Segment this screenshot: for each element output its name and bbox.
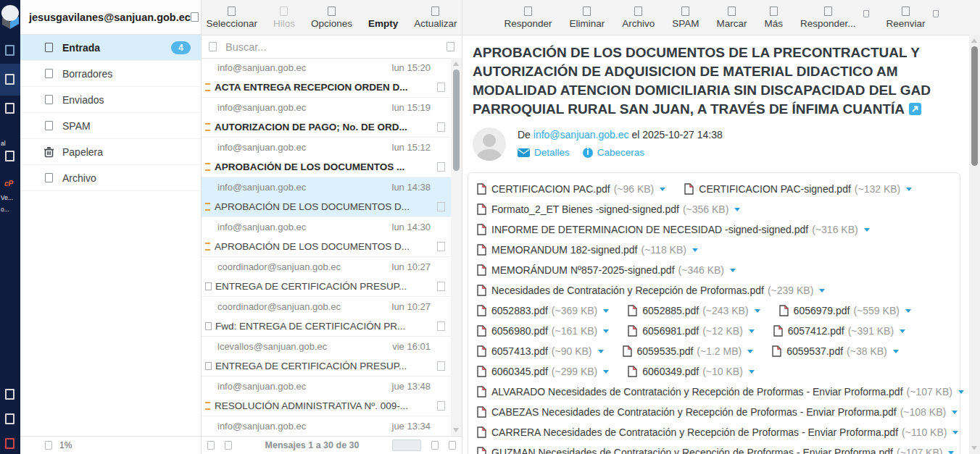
search-input[interactable] — [224, 41, 439, 54]
folder-item-enviados[interactable]: Enviados — [20, 87, 201, 113]
attachment-chip[interactable]: Necesidades de Contratación y Recepción … — [477, 285, 825, 296]
message-item[interactable]: info@sanjuan.gob.eclun 14:30 APROBACIÓN … — [202, 217, 451, 256]
attachment-dropdown-icon[interactable] — [603, 329, 609, 333]
rail-tab-icon[interactable] — [5, 103, 14, 114]
reply-all-button[interactable]: Responder... — [800, 7, 856, 29]
attachment-dropdown-icon[interactable] — [749, 329, 755, 333]
message-item[interactable]: info@sanjuan.gob.ecjue 13:34 — [202, 416, 451, 436]
search-checkbox-icon[interactable] — [209, 42, 217, 51]
attachment-chip[interactable]: 6052883.pdf(~369 KB) — [477, 305, 609, 316]
rail-tab-icon[interactable] — [5, 151, 14, 161]
message-item[interactable]: info@sanjuan.gob.eclun 15:19 AUTORIZACIO… — [202, 97, 451, 137]
more-button[interactable]: Más — [765, 7, 784, 29]
message-checkbox[interactable] — [437, 321, 445, 331]
details-link[interactable]: Detalles — [518, 147, 570, 158]
attachment-chip[interactable]: GUZMAN Necesidades de Contratación y Rec… — [477, 447, 954, 454]
attachment-dropdown-icon[interactable] — [905, 309, 911, 313]
forward-dropdown-icon[interactable] — [933, 10, 939, 17]
attachment-chip[interactable]: MEMORÁNDUM Nº857-2025-signed.pdf(~346 KB… — [477, 264, 736, 276]
cpanel-icon[interactable]: cP — [4, 180, 24, 188]
attachment-chip[interactable]: 6056980.pdf(~161 KB) — [477, 325, 609, 337]
rail-tab-label[interactable]: Ve... — [1, 194, 20, 201]
message-item[interactable]: info@sanjuan.gob.ecjue 13:48 RESOLUCIÓN … — [202, 376, 451, 416]
attachment-chip[interactable]: 6057413.pdf(~90 KB) — [477, 345, 604, 357]
attachment-chip[interactable]: 6052885.pdf(~243 KB) — [628, 305, 760, 316]
message-item[interactable]: coordinador@sanjuan.gob.eclun 10:27 Fwd:… — [202, 296, 451, 336]
select-button[interactable]: Seleccionar — [206, 7, 257, 29]
attachment-chip[interactable]: MEMORANDUM 182-signed.pdf(~118 KB) — [477, 244, 698, 256]
message-item[interactable]: info@sanjuan.gob.eclun 15:12 APROBACIÓN … — [202, 137, 451, 177]
refresh-button[interactable]: Actualizar — [414, 7, 457, 29]
footer-menu-icon[interactable] — [225, 441, 232, 450]
spam-button[interactable]: SPAM — [672, 7, 699, 29]
folder-item-spam[interactable]: SPAM — [20, 113, 201, 139]
attachment-chip[interactable]: ALVARADO Necesidades de Contratación y R… — [477, 386, 964, 398]
options-button[interactable]: Opciones — [311, 7, 352, 29]
attachment-dropdown-icon[interactable] — [692, 248, 698, 252]
folder-item-papelera[interactable]: Papelera — [20, 139, 201, 165]
rail-tab-icon[interactable] — [5, 413, 14, 424]
reply-all-dropdown-icon[interactable] — [863, 10, 869, 17]
rail-close-icon[interactable] — [5, 438, 14, 449]
scroll-down-icon[interactable] — [971, 446, 977, 450]
rail-tab-icon[interactable] — [5, 389, 14, 400]
message-checkbox[interactable] — [437, 162, 445, 172]
rail-tab-label[interactable]: o... — [1, 206, 20, 213]
footer-next-icon[interactable] — [449, 441, 456, 450]
attachment-dropdown-icon[interactable] — [730, 269, 736, 272]
scrollbar-thumb[interactable] — [971, 46, 978, 166]
rail-tab-selected[interactable] — [0, 64, 20, 96]
rail-tab-icon[interactable] — [5, 45, 14, 56]
attachment-dropdown-icon[interactable] — [864, 228, 870, 232]
attachment-chip[interactable]: 6056981.pdf(~12 KB) — [628, 325, 755, 337]
rail-tab-label[interactable]: al — [1, 140, 20, 147]
message-checkbox[interactable] — [437, 242, 445, 251]
folder-item-entrada[interactable]: Entrada 4 — [20, 35, 201, 61]
attachment-chip[interactable]: 6057412.pdf(~391 KB) — [773, 325, 905, 337]
attachment-dropdown-icon[interactable] — [747, 350, 753, 353]
open-in-new-window-icon[interactable] — [909, 103, 921, 115]
empty-button[interactable]: Empty — [368, 7, 398, 29]
attachment-chip[interactable]: Formato_2_ET Bienes -signed-signed.pdf(~… — [477, 203, 740, 215]
attachment-chip[interactable]: CABEZAS Necesidades de Contratación y Re… — [477, 406, 958, 418]
account-menu-icon[interactable] — [191, 12, 199, 22]
message-item-selected[interactable]: info@sanjuan.gob.eclun 14:38 APROBACIÓN … — [202, 177, 451, 217]
reader-scrollbar[interactable] — [969, 35, 980, 454]
mark-button[interactable]: Marcar — [716, 7, 747, 29]
attachment-chip[interactable]: INFORME DE DETERMINACION DE NECESIDAD -s… — [477, 224, 870, 235]
attachment-dropdown-icon[interactable] — [819, 289, 825, 293]
folder-item-archivo[interactable]: Archivo — [20, 165, 201, 191]
message-item[interactable]: lcevallos@sanjuan.gob.ecvie 16:01 ENTREG… — [202, 336, 451, 376]
attachment-dropdown-icon[interactable] — [948, 451, 954, 454]
attachment-dropdown-icon[interactable] — [952, 431, 958, 434]
message-checkbox[interactable] — [437, 361, 445, 371]
attachment-dropdown-icon[interactable] — [598, 350, 604, 353]
scroll-up-icon[interactable] — [453, 62, 459, 66]
sender-email-link[interactable]: info@sanjuan.gob.ec — [533, 129, 629, 140]
message-checkbox[interactable] — [437, 83, 445, 92]
app-logo[interactable] — [0, 3, 20, 33]
message-checkbox[interactable] — [437, 122, 445, 132]
attachment-chip[interactable]: CERTIFICACION PAC.pdf(~96 KB) — [477, 183, 665, 195]
message-checkbox[interactable] — [437, 401, 445, 411]
attachment-chip[interactable]: 6059537.pdf(~38 KB) — [772, 345, 899, 357]
archive-button[interactable]: Archivo — [622, 7, 655, 29]
headers-link[interactable]: Cabeceras — [583, 147, 644, 158]
attachment-dropdown-icon[interactable] — [958, 390, 964, 394]
attachment-dropdown-icon[interactable] — [603, 309, 609, 313]
attachment-dropdown-icon[interactable] — [755, 309, 760, 313]
list-scrollbar[interactable] — [451, 58, 462, 436]
message-checkbox[interactable] — [437, 282, 445, 291]
message-item[interactable]: info@sanjuan.gob.eclun 15:20 ACTA ENTREG… — [202, 58, 451, 97]
scroll-down-icon[interactable] — [453, 428, 459, 432]
attachment-dropdown-icon[interactable] — [603, 370, 609, 374]
page-input[interactable] — [392, 440, 421, 451]
scroll-up-icon[interactable] — [971, 38, 977, 43]
footer-checkbox-icon[interactable] — [207, 441, 215, 450]
search-options-icon[interactable] — [447, 42, 454, 51]
attachment-dropdown-icon[interactable] — [900, 329, 905, 333]
attachment-chip[interactable]: 6056979.pdf(~559 KB) — [779, 305, 911, 316]
account-header[interactable]: jesusgavilanes@sanjuan.gob.ec — [20, 0, 201, 35]
threads-button[interactable]: Hilos — [273, 7, 295, 29]
attachment-dropdown-icon[interactable] — [749, 370, 755, 374]
